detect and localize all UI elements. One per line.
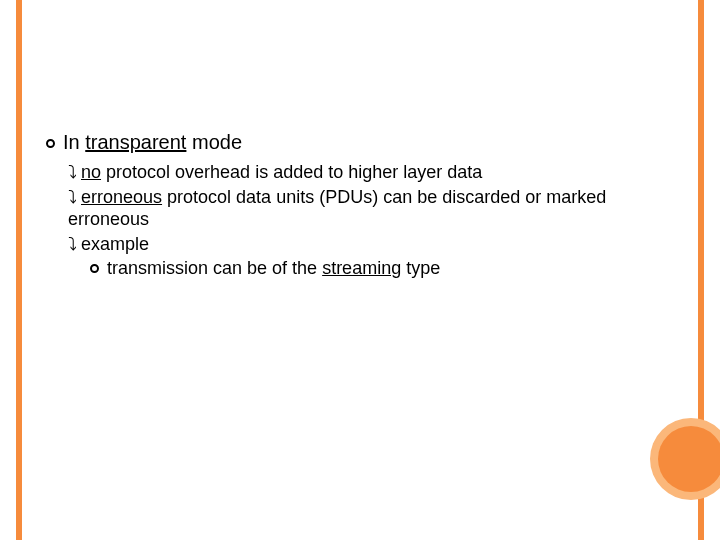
bullet-level2: ⤵example: [68, 233, 674, 256]
text: protocol overhead is added to higher lay…: [101, 162, 482, 182]
text-underlined: erroneous: [81, 187, 162, 207]
text: mode: [186, 131, 242, 153]
text: type: [401, 258, 440, 278]
ring-bullet-icon: [46, 139, 55, 148]
text-underlined: transparent: [85, 131, 186, 153]
text-underlined: no: [81, 162, 101, 182]
bullet-level2: ⤵no protocol overhead is added to higher…: [68, 161, 674, 184]
text: example: [81, 234, 149, 254]
bullet-level3: transmission can be of the streaming typ…: [90, 257, 674, 280]
decor-circle-inner: [658, 426, 720, 492]
bullet-level1: In transparent mode: [46, 130, 674, 155]
bullet-level2: ⤵erroneous protocol data units (PDUs) ca…: [68, 186, 674, 231]
slide: In transparent mode ⤵no protocol overhea…: [0, 0, 720, 540]
text-underlined: streaming: [322, 258, 401, 278]
accent-bar-left: [16, 0, 22, 540]
wave-bullet-icon: ⤵: [68, 233, 77, 256]
slide-content: In transparent mode ⤵no protocol overhea…: [46, 130, 674, 282]
text: In: [63, 131, 85, 153]
ring-bullet-icon: [90, 264, 99, 273]
wave-bullet-icon: ⤵: [68, 186, 77, 209]
wave-bullet-icon: ⤵: [68, 161, 77, 184]
text: transmission can be of the: [107, 258, 322, 278]
